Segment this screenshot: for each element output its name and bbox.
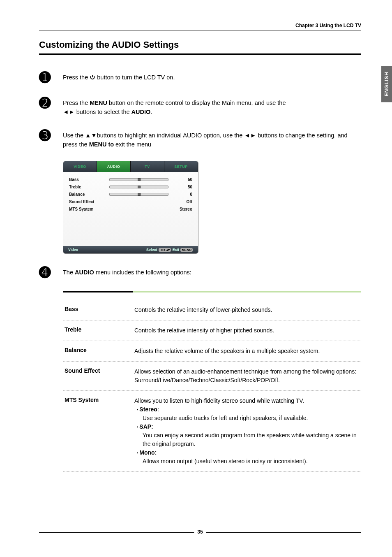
opt-mts-label: MTS System xyxy=(65,397,134,466)
osd-tab-tv: TV xyxy=(131,161,164,172)
osd-treble-slider xyxy=(109,186,168,188)
mts-stereo-d: Use separate audio tracks for left and r… xyxy=(137,414,308,422)
page-number: 35 xyxy=(194,529,206,535)
header-rule xyxy=(39,30,361,30)
osd-row-bass: Bass 50 xyxy=(69,176,192,183)
s2-dot: . xyxy=(150,109,152,115)
osd-footer-right: Select ◄►▴▾ Exit MENU xyxy=(146,248,193,252)
osd-treble-label: Treble xyxy=(69,185,106,189)
osd-key-arrows: ◄►▴▾ xyxy=(159,248,171,252)
step-4-text: The AUDIO menu includes the following op… xyxy=(63,265,361,277)
mts-bullet-sap: SAP: You can enjoy a second audio progra… xyxy=(134,422,360,448)
title-underline xyxy=(39,53,361,55)
option-row-balance: Balance Adjusts the relative volume of t… xyxy=(63,341,361,362)
s2-d: buttons to select the xyxy=(76,109,131,115)
option-row-soundeffect: Sound Effect Allows selection of an audi… xyxy=(63,362,361,391)
step-number-1: ➊ xyxy=(39,70,55,84)
step-1-post: button to turn the LCD TV on. xyxy=(95,74,175,81)
s4-b: AUDIO xyxy=(75,269,94,276)
s2-c: button on the remote control to display … xyxy=(107,100,286,106)
option-row-treble: Treble Controls the relative intensity o… xyxy=(63,320,361,341)
step-number-3: ➌ xyxy=(39,128,55,142)
osd-tab-audio: AUDIO xyxy=(97,161,131,172)
osd-menu-figure: VIDEO AUDIO TV SETUP Bass 50 Treble 50 B… xyxy=(63,161,198,254)
opt-treble-desc: Controls the relative intensity of highe… xyxy=(134,326,360,335)
s4-c: menu includes the following options: xyxy=(94,269,191,276)
osd-footer-exit: Exit xyxy=(172,248,179,252)
step-1-text: Press the button to turn the LCD TV on. xyxy=(63,70,361,82)
step-number-2: ➋ xyxy=(39,96,55,110)
osd-balance-value: 0 xyxy=(172,192,192,197)
mts-sap-d: You can enjoy a second audio program fro… xyxy=(137,431,360,448)
s2-menu: MENU xyxy=(90,100,107,106)
step-3: ➌ Use the ▲▼buttons to highlight an indi… xyxy=(39,128,361,149)
mts-bullet-mono: Mono: Allows mono output (useful when st… xyxy=(134,448,360,466)
step-2: ➋ Press the MENU button on the remote co… xyxy=(39,96,361,117)
options-heading-bar xyxy=(63,291,361,292)
mts-stereo-h: Stereo xyxy=(137,406,157,413)
step-1-pre: Press the xyxy=(63,74,90,81)
page-title: Customizing the AUDIO Settings xyxy=(39,39,361,50)
osd-bass-slider xyxy=(109,178,168,181)
opt-treble-label: Treble xyxy=(65,326,134,335)
osd-row-soundeffect: Sound Effect Off xyxy=(69,198,192,206)
opt-se-label: Sound Effect xyxy=(65,367,134,385)
page-container: Chapter 3 Using the LCD TV Customizing t… xyxy=(0,0,392,488)
mts-bullet-stereo: Stereo: Use separate audio tracks for le… xyxy=(134,405,360,422)
mts-mono-h: Mono: xyxy=(137,449,157,456)
step-4: ➍ The AUDIO menu includes the following … xyxy=(39,265,361,279)
osd-blank-space xyxy=(69,213,192,242)
osd-row-mts: MTS System Stereo xyxy=(69,206,192,213)
s2-audio: AUDIO xyxy=(131,109,151,115)
s4-a: The xyxy=(63,269,75,276)
step-number-4: ➍ xyxy=(39,265,55,279)
osd-row-treble: Treble 50 xyxy=(69,183,192,191)
osd-row-balance: Balance 0 xyxy=(69,191,192,198)
s3-b: MENU to xyxy=(89,141,114,148)
opt-se-desc: Allows selection of an audio-enhancement… xyxy=(134,367,360,385)
osd-bass-label: Bass xyxy=(69,177,106,182)
page-footer: 35 xyxy=(39,532,361,541)
opt-mts-lead: Allows you to listen to high-fidelity st… xyxy=(134,397,304,404)
osd-key-menu: MENU xyxy=(180,248,193,252)
osd-treble-value: 50 xyxy=(172,185,192,189)
chapter-header: Chapter 3 Using the LCD TV xyxy=(39,23,361,28)
osd-tab-video: VIDEO xyxy=(63,161,97,172)
osd-body: Bass 50 Treble 50 Balance 0 Sound Effect xyxy=(63,172,198,246)
opt-bass-label: Bass xyxy=(65,306,134,314)
s2-a: Press the xyxy=(63,100,90,106)
osd-mts-label: MTS System xyxy=(69,207,106,211)
osd-se-label: Sound Effect xyxy=(69,200,106,204)
opt-mts-desc: Allows you to listen to high-fidelity st… xyxy=(134,397,360,466)
opt-balance-label: Balance xyxy=(65,347,134,355)
s2-arrows: ◄► xyxy=(63,109,76,115)
step-3-text: Use the ▲▼buttons to highlight an indivi… xyxy=(63,128,361,149)
osd-balance-label: Balance xyxy=(69,192,106,197)
step-1: ➊ Press the button to turn the LCD TV on… xyxy=(39,70,361,84)
power-icon xyxy=(90,74,95,81)
option-row-mts: MTS System Allows you to listen to high-… xyxy=(63,391,361,472)
osd-balance-slider xyxy=(109,193,168,196)
step-2-text: Press the MENU button on the remote cont… xyxy=(63,96,361,117)
option-row-bass: Bass Controls the relative intensity of … xyxy=(63,300,361,320)
osd-footer: Video Select ◄►▴▾ Exit MENU xyxy=(63,246,198,253)
opt-balance-desc: Adjusts the relative volume of the speak… xyxy=(134,347,360,355)
osd-se-value: Off xyxy=(172,200,192,204)
osd-bass-value: 50 xyxy=(172,177,192,182)
mts-mono-d: Allows mono output (useful when stereo i… xyxy=(137,457,308,466)
osd-tabs: VIDEO AUDIO TV SETUP xyxy=(63,161,198,172)
s3-c: exit the menu xyxy=(114,141,151,148)
osd-tab-setup: SETUP xyxy=(164,161,198,172)
osd-mts-value: Stereo xyxy=(172,207,192,211)
opt-bass-desc: Controls the relative intensity of lower… xyxy=(134,306,360,314)
options-table: Bass Controls the relative intensity of … xyxy=(63,291,361,472)
osd-footer-left: Video xyxy=(68,248,78,252)
mts-stereo-t: : xyxy=(157,406,159,413)
mts-sap-h: SAP: xyxy=(137,423,153,430)
osd-footer-select: Select xyxy=(146,248,157,252)
